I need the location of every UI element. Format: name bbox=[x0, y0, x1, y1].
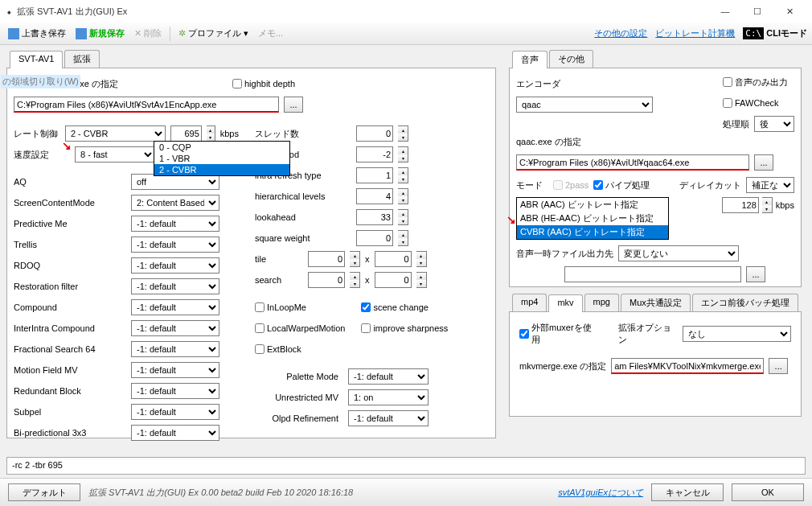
audio-exe-input[interactable] bbox=[516, 154, 749, 171]
bip-select[interactable]: -1: default bbox=[131, 425, 219, 441]
tab-batch[interactable]: エンコ前後バッチ処理 bbox=[692, 294, 798, 311]
cmp-label: Compound bbox=[14, 302, 126, 312]
audio-only-checkbox[interactable]: 音声のみ出力 bbox=[723, 76, 788, 88]
maximize-button[interactable]: ☐ bbox=[741, 0, 773, 23]
audio-mode-abr-heaac[interactable]: ABR (HE-AAC) ビットレート指定 bbox=[517, 212, 668, 225]
extopt-select[interactable]: なし bbox=[683, 326, 791, 342]
order-select[interactable]: 後 bbox=[754, 116, 794, 132]
pipe-checkbox[interactable]: パイプ処理 bbox=[593, 179, 650, 191]
aq-select[interactable]: off bbox=[131, 174, 219, 190]
temp-select[interactable]: 変更しない bbox=[618, 245, 739, 261]
delete-button[interactable]: ✕削除 bbox=[131, 26, 165, 41]
rate-opt-cqp[interactable]: 0 - CQP bbox=[154, 142, 289, 153]
save-button[interactable]: 上書き保存 bbox=[5, 26, 69, 41]
search-x-input[interactable]: 0 bbox=[308, 272, 345, 288]
intra-input[interactable]: -2 bbox=[356, 146, 393, 162]
rate-control-select[interactable]: 2 - CVBR bbox=[65, 125, 166, 142]
close-button[interactable]: ✕ bbox=[773, 0, 806, 23]
minimize-button[interactable]: — bbox=[709, 0, 741, 23]
audio-mode-abr-aac[interactable]: ABR (AAC) ビットレート指定 bbox=[517, 198, 668, 212]
tab-mpg[interactable]: mpg bbox=[584, 294, 619, 311]
mux-browse-button[interactable]: ... bbox=[769, 358, 788, 374]
sqw-input[interactable]: 0 bbox=[356, 230, 393, 246]
iic-select[interactable]: -1: default bbox=[131, 320, 219, 336]
tab-mp4[interactable]: mp4 bbox=[512, 294, 547, 311]
newsave-button[interactable]: 新規保存 bbox=[72, 26, 128, 41]
audio-browse-button[interactable]: ... bbox=[754, 154, 773, 171]
twopass-checkbox[interactable]: 2pass bbox=[553, 180, 588, 190]
rdb-label: Redundant Block bbox=[14, 386, 126, 396]
faw-checkbox[interactable]: FAWCheck bbox=[723, 98, 779, 108]
look-input[interactable]: 33 bbox=[356, 209, 393, 225]
highbit-checkbox[interactable]: highbit depth bbox=[232, 79, 295, 88]
profile-menu[interactable]: ✲プロファイル ▾ bbox=[175, 26, 252, 41]
aq-label: AQ bbox=[14, 177, 126, 187]
speed-select[interactable]: 8 - fast bbox=[75, 146, 155, 162]
exe-path-input[interactable] bbox=[14, 97, 279, 113]
audio-mode-cvbr-aac[interactable]: CVBR (AAC) ビットレート指定 bbox=[517, 225, 668, 239]
tab-muxcommon[interactable]: Mux共通設定 bbox=[621, 294, 691, 311]
unres-select[interactable]: 1: on bbox=[348, 389, 429, 405]
fs-label: Fractional Search 64 bbox=[14, 344, 126, 354]
sharp-checkbox[interactable]: improve sharpness bbox=[361, 323, 448, 333]
rate-opt-vbr[interactable]: 1 - VBR bbox=[154, 153, 289, 164]
inloop-checkbox[interactable]: InLoopMe bbox=[255, 302, 306, 312]
cmp-select[interactable]: -1: default bbox=[131, 299, 219, 315]
bitrate-input[interactable]: 695 bbox=[170, 125, 202, 142]
temp-label: 音声一時ファイル出力先 bbox=[516, 248, 613, 260]
audio-mode-list[interactable]: ABR (AAC) ビットレート指定 ABR (HE-AAC) ビットレート指定… bbox=[516, 197, 669, 240]
tab-audio[interactable]: 音声 bbox=[512, 51, 547, 68]
palette-select[interactable]: -1: default bbox=[348, 368, 429, 385]
temp-browse-button[interactable]: ... bbox=[746, 266, 765, 282]
ok-button[interactable]: OK bbox=[732, 483, 804, 501]
scene-checkbox[interactable]: scene change bbox=[361, 302, 429, 312]
bitrate-calc-link[interactable]: ビットレート計算機 bbox=[655, 27, 735, 39]
encoder-select[interactable]: qaac bbox=[516, 97, 653, 113]
rdo-select[interactable]: -1: default bbox=[131, 257, 219, 274]
tile-y-input[interactable]: 0 bbox=[375, 251, 412, 267]
tile-label: tile bbox=[255, 254, 303, 264]
delay-select[interactable]: 補正なし bbox=[746, 177, 794, 193]
default-button[interactable]: デフォルト bbox=[8, 483, 80, 501]
rdb-select[interactable]: -1: default bbox=[131, 383, 219, 399]
audio-exe-label: qaac.exe の指定 bbox=[516, 136, 581, 148]
cli-mode-button[interactable]: C:\ CLIモード bbox=[743, 27, 807, 39]
mode-label: モード bbox=[516, 179, 548, 191]
hier-input[interactable]: 4 bbox=[356, 188, 393, 204]
trl-select[interactable]: -1: default bbox=[131, 237, 219, 253]
olpd-select[interactable]: -1: default bbox=[348, 410, 429, 426]
look-label: lookahead bbox=[255, 212, 351, 222]
fs-select[interactable]: -1: default bbox=[131, 341, 219, 357]
localwarp-checkbox[interactable]: LocalWarpedMotion bbox=[255, 323, 345, 333]
mfm-select[interactable]: -1: default bbox=[131, 362, 219, 378]
region-hint: の領域切り取り(W) bbox=[1, 75, 80, 88]
temp-path-input[interactable] bbox=[564, 266, 741, 282]
rate-dropdown-open[interactable]: 0 - CQP 1 - VBR 2 - CVBR bbox=[154, 141, 290, 176]
other-settings-link[interactable]: その他の設定 bbox=[594, 27, 647, 39]
extblock-checkbox[interactable]: ExtBlock bbox=[255, 344, 301, 354]
tab-other[interactable]: その他 bbox=[549, 50, 593, 68]
about-link[interactable]: svtAV1guiExについて bbox=[558, 487, 643, 499]
palette-label: Palette Mode bbox=[255, 372, 343, 381]
sub-select[interactable]: -1: default bbox=[131, 404, 219, 420]
search-label: search bbox=[255, 275, 303, 285]
irtf-input[interactable]: 1 bbox=[356, 167, 393, 183]
scm-select[interactable]: 2: Content Based bbox=[131, 195, 219, 211]
threads-input[interactable]: 0 bbox=[356, 125, 393, 142]
memo-field[interactable]: メモ... bbox=[255, 26, 286, 41]
rst-select[interactable]: -1: default bbox=[131, 278, 219, 294]
tile-x-input[interactable]: 0 bbox=[308, 251, 345, 267]
audio-bitrate-input[interactable]: 128 bbox=[722, 197, 759, 213]
tab-mkv[interactable]: mkv bbox=[548, 294, 582, 312]
rate-opt-cvbr[interactable]: 2 - CVBR bbox=[154, 164, 289, 175]
search-y-input[interactable]: 0 bbox=[375, 272, 412, 288]
iic-label: InterIntra Compound bbox=[14, 323, 126, 333]
tab-extension[interactable]: 拡張 bbox=[64, 50, 100, 68]
browse-button[interactable]: ... bbox=[284, 97, 303, 113]
ext-muxer-checkbox[interactable]: 外部muxerを使用 bbox=[519, 322, 597, 346]
pme-select[interactable]: -1: default bbox=[131, 216, 219, 232]
tab-svtav1[interactable]: SVT-AV1 bbox=[10, 51, 63, 68]
mux-exe-input[interactable] bbox=[611, 358, 764, 374]
unres-label: Unrestricted MV bbox=[255, 393, 343, 402]
cancel-button[interactable]: キャンセル bbox=[651, 483, 724, 501]
